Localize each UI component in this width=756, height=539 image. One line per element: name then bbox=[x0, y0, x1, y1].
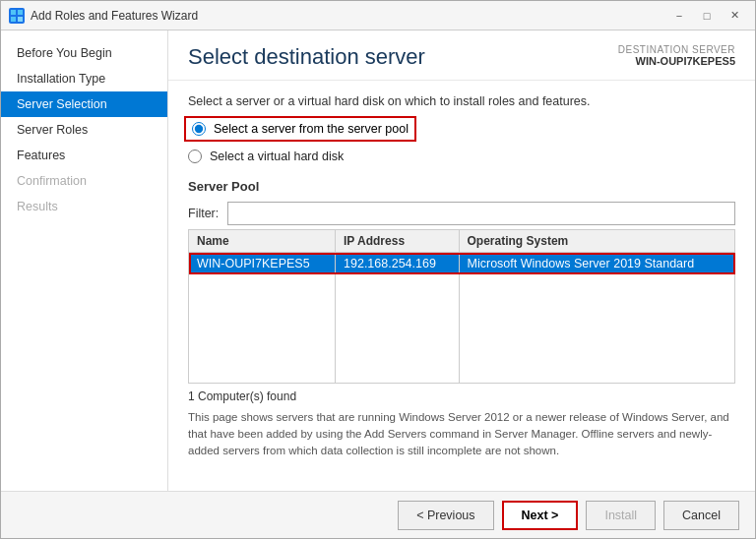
svg-rect-3 bbox=[18, 17, 23, 22]
radio-server-pool-label: Select a server from the server pool bbox=[214, 122, 409, 136]
table-empty-row-3 bbox=[189, 318, 735, 339]
table-header-row: Name IP Address Operating System bbox=[189, 230, 735, 253]
dest-server-label: DESTINATION SERVER bbox=[618, 44, 735, 55]
next-button[interactable]: Next > bbox=[502, 501, 579, 530]
window-controls: − □ ✕ bbox=[666, 6, 747, 26]
col-name: Name bbox=[189, 230, 336, 253]
titlebar-left: Add Roles and Features Wizard bbox=[9, 8, 198, 24]
sidebar-item-features[interactable]: Features bbox=[1, 143, 167, 168]
server-table: Name IP Address Operating System WIN-OUP… bbox=[188, 229, 735, 384]
cancel-button[interactable]: Cancel bbox=[663, 501, 739, 530]
svg-rect-1 bbox=[18, 10, 23, 15]
svg-rect-2 bbox=[11, 17, 16, 22]
table-empty-row-5 bbox=[189, 361, 735, 383]
sidebar-item-installation-type[interactable]: Installation Type bbox=[1, 66, 167, 91]
titlebar: Add Roles and Features Wizard − □ ✕ bbox=[1, 1, 755, 30]
filter-input[interactable] bbox=[227, 202, 735, 225]
cell-os: Microsoft Windows Server 2019 Standard bbox=[459, 253, 734, 275]
radio-virtual-disk-label: Select a virtual hard disk bbox=[210, 150, 344, 163]
main-header: Select destination server DESTINATION SE… bbox=[168, 30, 755, 81]
main-body: Select a server or a virtual hard disk o… bbox=[168, 81, 755, 491]
cell-ip: 192.168.254.169 bbox=[336, 253, 460, 275]
app-icon bbox=[9, 8, 25, 24]
window-title: Add Roles and Features Wizard bbox=[31, 9, 198, 23]
close-button[interactable]: ✕ bbox=[722, 6, 747, 26]
previous-button[interactable]: < Previous bbox=[398, 501, 493, 530]
info-text: This page shows servers that are running… bbox=[188, 409, 735, 460]
cell-name: WIN-OUPI7KEPES5 bbox=[189, 253, 336, 275]
radio-server-pool[interactable]: Select a server from the server pool bbox=[188, 120, 412, 138]
wizard-window: Add Roles and Features Wizard − □ ✕ Befo… bbox=[0, 0, 756, 539]
minimize-button[interactable]: − bbox=[666, 6, 692, 26]
page-title: Select destination server bbox=[188, 44, 425, 70]
col-os: Operating System bbox=[459, 230, 734, 253]
sidebar-item-before-you-begin[interactable]: Before You Begin bbox=[1, 40, 167, 66]
col-ip: IP Address bbox=[336, 230, 460, 253]
maximize-button[interactable]: □ bbox=[694, 6, 720, 26]
radio-virtual-disk[interactable]: Select a virtual hard disk bbox=[188, 150, 735, 163]
server-pool-heading: Server Pool bbox=[188, 179, 735, 194]
sidebar-item-server-selection[interactable]: Server Selection bbox=[1, 91, 167, 117]
main-panel: Select destination server DESTINATION SE… bbox=[168, 30, 755, 491]
table-row[interactable]: WIN-OUPI7KEPES5 192.168.254.169 Microsof… bbox=[189, 253, 735, 275]
table-empty-row-4 bbox=[189, 339, 735, 361]
radio-server-pool-input[interactable] bbox=[192, 122, 206, 136]
main-content: Before You Begin Installation Type Serve… bbox=[1, 30, 755, 491]
radio-virtual-disk-input[interactable] bbox=[188, 150, 202, 163]
instruction-text: Select a server or a virtual hard disk o… bbox=[188, 94, 735, 108]
table-empty-row-2 bbox=[189, 296, 735, 318]
filter-row: Filter: bbox=[188, 202, 735, 225]
destination-server-info: DESTINATION SERVER WIN-OUPI7KEPES5 bbox=[618, 44, 735, 67]
sidebar-item-results: Results bbox=[1, 194, 167, 219]
dest-server-name: WIN-OUPI7KEPES5 bbox=[618, 55, 735, 67]
svg-rect-0 bbox=[11, 10, 16, 15]
sidebar-item-server-roles[interactable]: Server Roles bbox=[1, 117, 167, 143]
radio-group: Select a server from the server pool Sel… bbox=[188, 120, 735, 163]
footer: < Previous Next > Install Cancel bbox=[1, 491, 755, 538]
sidebar-item-confirmation: Confirmation bbox=[1, 168, 167, 194]
sidebar: Before You Begin Installation Type Serve… bbox=[1, 30, 168, 491]
install-button: Install bbox=[586, 501, 656, 530]
filter-label: Filter: bbox=[188, 207, 220, 220]
found-text: 1 Computer(s) found bbox=[188, 389, 735, 403]
table-empty-row-1 bbox=[189, 274, 735, 296]
